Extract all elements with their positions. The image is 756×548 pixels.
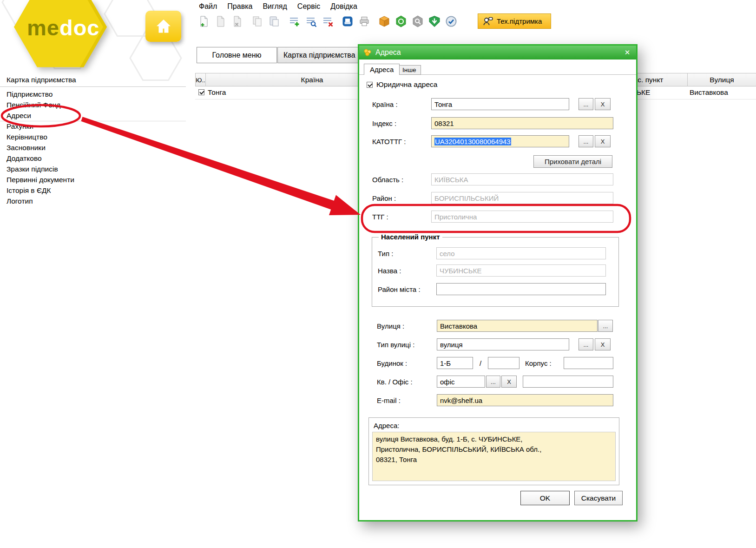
find-row-button[interactable] [303,14,318,28]
ttg-label: ТТГ : [372,213,388,221]
address-summary-line2: Пристолична, БОРИСПІЛЬСЬКИЙ, КИЇВСЬКА об… [376,444,612,455]
print-preview-button[interactable] [340,14,355,28]
update-button[interactable] [427,14,441,28]
print-button[interactable] [357,14,371,28]
table-header-street: Вулиця [687,73,756,86]
rayon-field: БОРИСПІЛЬСЬКИЙ [431,192,613,204]
home-button[interactable] [145,11,181,42]
legal-address-checkbox[interactable] [367,82,373,88]
katottg-selected-text: UA32040130080064943 [434,138,511,145]
address-dialog-icon [363,48,372,57]
services-hexagon-icon [394,15,408,28]
street-type-field[interactable]: вулиця [437,338,569,350]
sidebar-item-logo[interactable]: Логотип [0,196,186,206]
services-button[interactable] [394,14,408,28]
delete-document-button[interactable] [230,14,244,28]
apartment-browse-button[interactable]: ... [486,376,500,388]
new-document-button[interactable] [197,14,211,28]
dialog-close-button[interactable]: ✕ [622,47,632,58]
country-field[interactable]: Тонга [431,98,569,110]
sidebar-item-signature-samples[interactable]: Зразки підписів [0,164,186,174]
address-summary-line1: вулиця Виставкова, буд. 1-Б, с. ЧУБИНСЬК… [376,434,612,444]
katottg-browse-button[interactable]: ... [579,135,593,147]
street-browse-button[interactable]: ... [598,320,613,332]
dialog-tab-other[interactable]: Інше [398,65,421,75]
apartment-clear-button[interactable]: X [501,376,517,388]
package-button[interactable] [377,14,391,28]
add-row-button[interactable] [287,14,301,28]
sidebar-item-edk-history[interactable]: Історія в ЄДК [0,185,186,196]
sidebar-item-addresses[interactable]: Адреси [0,110,186,121]
apartment-field[interactable]: офіс [437,376,485,388]
menu-view[interactable]: Вигляд [262,1,288,12]
menu-service[interactable]: Сервіс [296,1,321,12]
menu-edit[interactable]: Правка [226,1,253,12]
country-clear-button[interactable]: X [595,98,611,110]
dialog-tab-address[interactable]: Адреса [364,64,400,75]
print-icon [358,15,371,28]
copy-button[interactable] [250,14,264,28]
add-row-icon [288,15,301,28]
sidebar-item-company[interactable]: Підприємство [0,89,186,99]
sidebar-item-management[interactable]: Керівництво [0,132,186,142]
building-second-field[interactable] [488,357,519,369]
street-label: Вулиця : [377,322,404,330]
search-services-button[interactable] [410,14,425,28]
new-document-icon [197,15,210,28]
city-district-field[interactable] [436,283,606,295]
settlement-group: Населений пункт Тип : село Назва : ЧУБИН… [372,237,619,307]
package-icon [378,15,391,28]
menu-file[interactable]: Файл [198,1,218,12]
ok-button[interactable]: OK [520,491,570,505]
tab-company-card[interactable]: Картка підприємства [277,47,370,63]
dialog-titlebar: Адреса ✕ [359,46,636,59]
address-summary[interactable]: вулиця Виставкова, буд. 1-Б, с. ЧУБИНСЬК… [372,432,616,481]
delete-row-button[interactable] [320,14,335,28]
verify-button[interactable] [444,14,458,28]
apartment-second-field[interactable] [523,376,613,388]
email-label: E-mail : [377,396,401,404]
email-field[interactable]: nvk@shelf.ua [437,394,613,406]
menu-help[interactable]: Довідка [329,1,358,12]
logo-me-text: me [27,15,59,40]
oblast-label: Область : [372,176,403,184]
legal-address-label: Юридична адреса [376,80,437,89]
sidebar-item-accounts[interactable]: Рахунки [0,121,186,132]
katottg-field[interactable]: UA32040130080064943 [431,135,569,147]
street-type-label: Тип вулиці : [377,341,414,349]
hide-details-button[interactable]: Приховати деталі [533,155,612,168]
medoc-logo: medoc [10,0,115,70]
toolbar [197,14,458,28]
sidebar-item-pension-fund[interactable]: Пенсійний Фонд [0,99,186,110]
support-chat-icon [482,16,493,27]
cancel-button[interactable]: Скасувати [574,491,623,505]
tech-support-button[interactable]: Тех.підтримка [478,13,551,29]
street-type-browse-button[interactable]: ... [579,338,593,350]
index-field[interactable]: 08321 [431,117,613,129]
dialog-title: Адреса [375,48,401,57]
oblast-field: КИЇВСЬКА [431,173,613,185]
building-separator: / [480,359,481,367]
street-field[interactable]: Виставкова [437,320,598,332]
sidebar-title: Картка підприємства [7,76,76,84]
paste-icon [268,15,281,28]
settlement-type-label: Тип : [378,250,393,257]
tab-main-menu[interactable]: Головне меню [197,47,277,63]
sidebar-item-additional[interactable]: Додатково [0,153,186,164]
sidebar-divider-addresses [0,121,186,121]
katottg-clear-button[interactable]: X [595,135,611,147]
medoc-app: medoc Файл Правка Вигляд Сервіс Довідка [0,0,756,548]
sidebar-item-founders[interactable]: Засновники [0,142,186,153]
building-field[interactable]: 1-Б [437,357,473,369]
paste-button[interactable] [267,14,281,28]
country-browse-button[interactable]: ... [579,98,593,110]
row-checkbox[interactable] [198,89,204,95]
sidebar-item-primary-documents[interactable]: Первинні документи [0,174,186,185]
street-type-clear-button[interactable]: X [595,338,611,350]
find-row-icon [304,15,317,28]
open-document-button[interactable] [213,14,228,28]
apartment-label: Кв. / Офіс : [377,378,413,386]
copy-icon [251,15,264,28]
korpus-field[interactable] [564,357,613,369]
delete-row-icon [321,15,334,28]
